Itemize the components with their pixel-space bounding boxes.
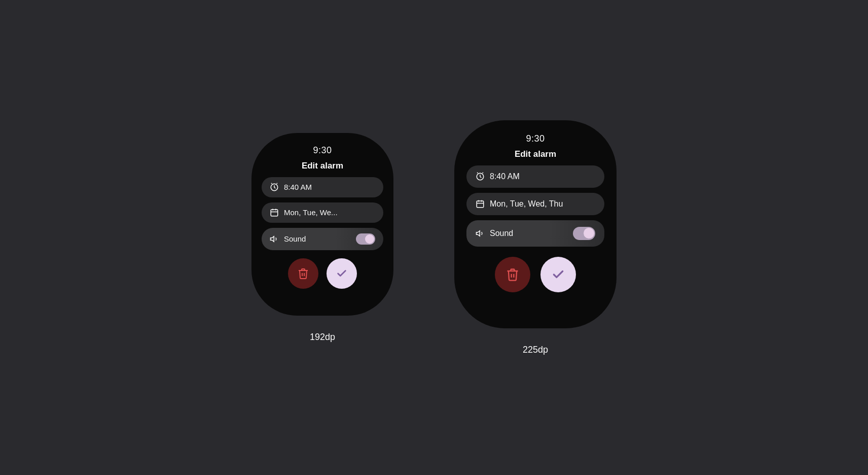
action-buttons-225 bbox=[495, 257, 576, 292]
sound-row-192[interactable]: Sound bbox=[262, 228, 383, 250]
days-label-192: Mon, Tue, We... bbox=[284, 208, 338, 217]
confirm-button-192[interactable] bbox=[327, 258, 357, 289]
svg-line-2 bbox=[277, 183, 278, 184]
sound-label-192: Sound bbox=[284, 234, 306, 243]
sound-icon-225 bbox=[476, 229, 485, 238]
alarm-time-label-192: 8:40 AM bbox=[284, 183, 312, 191]
watch-192-container: 9:30 Edit alarm 8:40 AM Mon, Tue, We... bbox=[251, 133, 393, 343]
clock-icon-192 bbox=[270, 183, 279, 192]
watch-title-225: Edit alarm bbox=[515, 149, 556, 159]
svg-marker-15 bbox=[477, 230, 480, 236]
sound-left-225: Sound bbox=[476, 229, 513, 238]
svg-line-9 bbox=[477, 172, 478, 173]
svg-line-10 bbox=[483, 172, 484, 173]
alarm-time-label-225: 8:40 AM bbox=[490, 172, 520, 181]
svg-rect-3 bbox=[271, 210, 278, 216]
check-icon-225 bbox=[552, 268, 565, 281]
watch-time-192: 9:30 bbox=[313, 145, 332, 156]
trash-icon-192 bbox=[297, 267, 309, 280]
toggle-knob-192 bbox=[365, 234, 374, 244]
toggle-knob-225 bbox=[584, 228, 594, 239]
action-buttons-192 bbox=[288, 258, 357, 289]
watch-225-container: 9:30 Edit alarm 8:40 AM Mon, Tue, Wed, T… bbox=[454, 120, 617, 355]
svg-rect-11 bbox=[477, 201, 484, 208]
watch-face-192: 9:30 Edit alarm 8:40 AM Mon, Tue, We... bbox=[251, 133, 393, 316]
sound-icon-192 bbox=[270, 234, 279, 244]
svg-line-1 bbox=[271, 183, 272, 184]
days-label-225: Mon, Tue, Wed, Thu bbox=[490, 199, 563, 209]
svg-marker-7 bbox=[271, 236, 274, 242]
watch-title-192: Edit alarm bbox=[302, 161, 343, 171]
calendar-icon-192 bbox=[270, 208, 279, 217]
confirm-button-225[interactable] bbox=[540, 257, 576, 292]
sound-row-225[interactable]: Sound bbox=[466, 220, 604, 247]
trash-icon-225 bbox=[505, 267, 520, 282]
delete-button-225[interactable] bbox=[495, 257, 530, 292]
alarm-time-row-192[interactable]: 8:40 AM bbox=[262, 177, 383, 197]
check-icon-192 bbox=[336, 268, 347, 279]
dp-label-225: 225dp bbox=[523, 345, 548, 355]
delete-button-192[interactable] bbox=[288, 258, 318, 289]
sound-toggle-192[interactable] bbox=[356, 233, 375, 245]
calendar-icon-225 bbox=[476, 199, 485, 209]
dp-label-192: 192dp bbox=[310, 332, 335, 343]
watch-time-225: 9:30 bbox=[526, 133, 545, 144]
days-row-225[interactable]: Mon, Tue, Wed, Thu bbox=[466, 193, 604, 215]
clock-icon-225 bbox=[476, 172, 485, 181]
alarm-time-row-225[interactable]: 8:40 AM bbox=[466, 165, 604, 188]
sound-left-192: Sound bbox=[270, 234, 306, 244]
days-row-192[interactable]: Mon, Tue, We... bbox=[262, 202, 383, 223]
sound-label-225: Sound bbox=[490, 229, 513, 238]
watch-face-225: 9:30 Edit alarm 8:40 AM Mon, Tue, Wed, T… bbox=[454, 120, 617, 328]
sound-toggle-225[interactable] bbox=[573, 227, 595, 240]
